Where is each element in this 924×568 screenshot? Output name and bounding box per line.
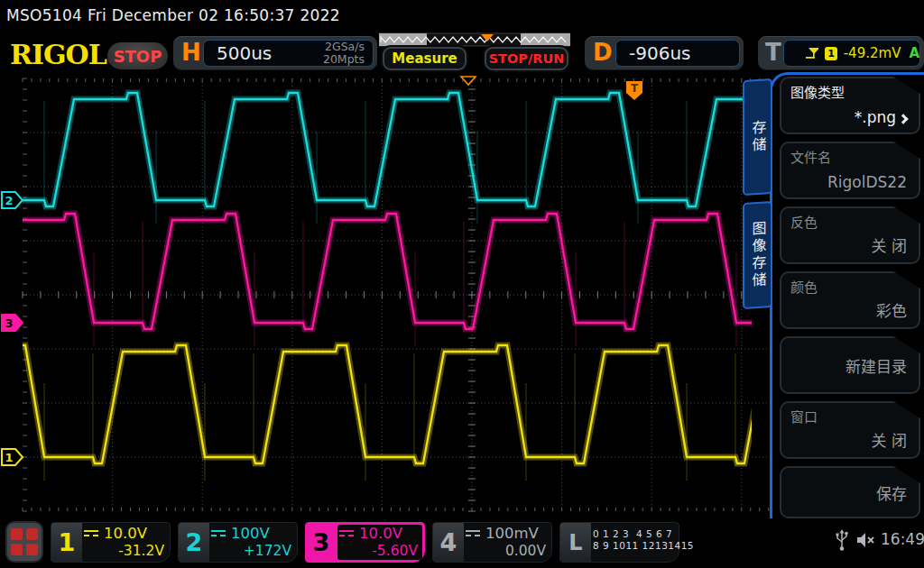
chevron-right-icon bbox=[898, 114, 908, 124]
dc-coupling-icon bbox=[211, 530, 226, 536]
channel-3-scale: 10.0V bbox=[359, 525, 402, 542]
channel-3-box[interactable]: 3 10.0V -5.60V bbox=[305, 522, 425, 563]
channel-2-box[interactable]: 2 100V +172V bbox=[178, 522, 298, 563]
oscilloscope-screen: 231T MSO5104 Fri December 02 16:50:37 20… bbox=[0, 0, 924, 568]
logic-channels-row1: 0 1 2 3 4 5 6 7 bbox=[593, 528, 673, 539]
channel-2-position-marker[interactable]: 2 bbox=[2, 192, 23, 208]
memory-depth: 20Mpts bbox=[323, 53, 365, 66]
channel-1-offset: -31.2V bbox=[84, 543, 164, 559]
dc-coupling-icon bbox=[466, 530, 480, 536]
header-bar: RIGOL STOP H 500us 2GSa/s 20Mpts Measure… bbox=[0, 31, 924, 72]
menu-item-image-type[interactable]: 图像类型 *.png bbox=[780, 77, 920, 134]
logic-channels-row2: 8 9 1011 12131415 bbox=[593, 540, 673, 551]
menu-item-new-folder[interactable]: 新建目录 bbox=[780, 336, 920, 394]
trigger-edge-icon bbox=[804, 46, 818, 60]
tab-storage[interactable]: 存储 bbox=[743, 78, 772, 196]
usb-icon bbox=[835, 529, 849, 553]
titlebar: MSO5104 Fri December 02 16:50:37 2022 bbox=[0, 0, 924, 31]
channel-3-number: 3 bbox=[306, 523, 337, 562]
svg-text:T: T bbox=[631, 82, 639, 95]
channel-1-box[interactable]: 1 10.0V -31.2V bbox=[51, 522, 171, 563]
trigger-block[interactable]: T 1 -49.2mV A bbox=[758, 36, 924, 70]
channel-2-offset: +172V bbox=[211, 543, 291, 559]
h-label: H bbox=[181, 39, 201, 66]
speaker-muted-icon bbox=[855, 531, 877, 549]
svg-text:2: 2 bbox=[5, 194, 13, 207]
logic-label: L bbox=[560, 523, 591, 562]
t-label: T bbox=[765, 39, 781, 66]
measure-button[interactable]: Measure bbox=[383, 47, 467, 70]
rigol-logo: RIGOL bbox=[10, 39, 106, 71]
logic-analyzer-box[interactable]: L 0 1 2 3 4 5 6 7 8 9 1011 12131415 bbox=[559, 522, 679, 563]
dc-coupling-icon bbox=[339, 530, 354, 536]
memory-position-bar[interactable] bbox=[379, 32, 570, 47]
channel-4-box[interactable]: 4 100mV 0.00V bbox=[432, 522, 552, 563]
channel-2-scale: 100V bbox=[231, 525, 270, 542]
delay-value[interactable]: -906us bbox=[616, 42, 739, 64]
tab-image-storage[interactable]: 图像存储 bbox=[743, 201, 772, 309]
svg-text:1: 1 bbox=[5, 451, 13, 464]
model-and-datetime: MSO5104 Fri December 02 16:50:37 2022 bbox=[6, 6, 340, 24]
acquisition-status-badge: STOP bbox=[107, 42, 168, 69]
sample-rate: 2GSa/s bbox=[323, 41, 365, 53]
timebase-value[interactable]: 500us bbox=[204, 42, 323, 64]
trigger-mode: A bbox=[909, 45, 919, 61]
svg-text:3: 3 bbox=[5, 316, 13, 330]
channel-1-position-marker[interactable]: 1 bbox=[2, 449, 23, 465]
delay-block[interactable]: D -906us bbox=[585, 36, 744, 70]
channel-2-number: 2 bbox=[179, 523, 209, 562]
menu-item-color[interactable]: 颜色 彩色 bbox=[780, 271, 920, 329]
menu-item-file-name[interactable]: 文件名 RigolDS22 bbox=[780, 142, 920, 199]
bottom-bar: 1 10.0V -31.2V 2 100V +172V 3 10.0V -5.6… bbox=[0, 518, 924, 568]
channel-1-scale: 10.0V bbox=[104, 525, 147, 542]
horizontal-block[interactable]: H 500us 2GSa/s 20Mpts bbox=[173, 36, 377, 70]
main-menu-icon[interactable] bbox=[5, 521, 43, 563]
channel-3-offset: -5.60V bbox=[339, 543, 418, 559]
dc-coupling-icon bbox=[84, 530, 98, 536]
channel-3-position-marker[interactable]: 3 bbox=[2, 315, 23, 331]
menu-item-save[interactable]: 保存 bbox=[780, 466, 920, 518]
menu-item-invert[interactable]: 反色 关 闭 bbox=[780, 206, 920, 264]
stop-run-button[interactable]: STOP/RUN bbox=[485, 47, 568, 70]
trigger-level[interactable]: -49.2mV bbox=[844, 45, 901, 61]
menu-item-window[interactable]: 窗口 关 闭 bbox=[780, 401, 920, 459]
clock: 16:49 bbox=[881, 530, 924, 548]
channel-4-scale: 100mV bbox=[485, 525, 539, 542]
channel-4-offset: 0.00V bbox=[466, 543, 546, 559]
trigger-position-flag[interactable]: T bbox=[626, 81, 642, 100]
channel-1-number: 1 bbox=[51, 523, 82, 562]
trigger-source-badge: 1 bbox=[825, 47, 837, 60]
d-label: D bbox=[593, 39, 613, 66]
channel-4-number: 4 bbox=[433, 523, 464, 562]
